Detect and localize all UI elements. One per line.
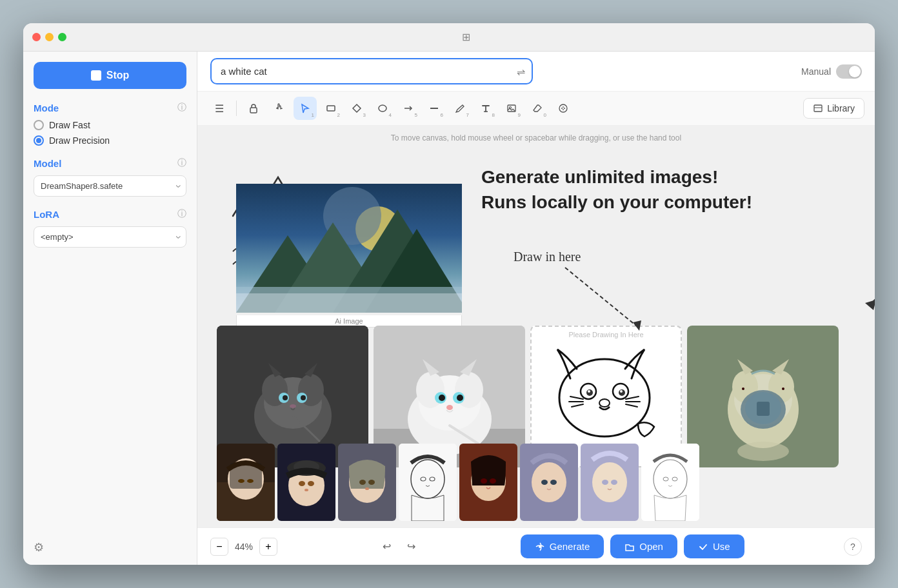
svg-point-59 [742, 387, 744, 390]
circle-tool[interactable]: 4 [371, 97, 394, 120]
action-buttons: Generate Open Use [521, 534, 744, 558]
svg-point-2 [379, 105, 386, 112]
hand-tool[interactable] [268, 97, 291, 120]
stop-button-label: Stop [106, 70, 130, 81]
menu-button[interactable]: ☰ [208, 97, 231, 120]
svg-point-30 [290, 404, 296, 408]
flow-tool[interactable] [552, 97, 575, 120]
mode-info-icon[interactable]: ⓘ [177, 102, 186, 113]
titlebar: ⊞ [23, 23, 875, 52]
redo-button[interactable]: ↪ [401, 537, 421, 556]
lora-section: LoRA ⓘ [34, 208, 186, 220]
image-icon [506, 103, 517, 113]
svg-point-7 [559, 104, 567, 112]
select-tool-num: 1 [312, 112, 314, 118]
svg-point-108 [539, 545, 541, 548]
anime-girl-2 [277, 444, 335, 521]
help-button[interactable]: ? [844, 538, 862, 556]
settings-button[interactable]: ⚙ [34, 540, 186, 554]
top-right-arrow-svg [830, 164, 875, 345]
library-icon [813, 103, 823, 113]
open-button-label: Open [639, 541, 663, 552]
toolbar-divider-1 [236, 101, 237, 116]
svg-point-80 [299, 481, 305, 486]
please-drawing-label: Please Drawing In Here [568, 331, 643, 338]
image-tool[interactable]: 9 [500, 97, 523, 120]
sketch-white-svg [641, 444, 699, 521]
svg-point-74 [238, 479, 244, 483]
svg-point-97 [532, 462, 566, 502]
svg-point-86 [368, 480, 375, 485]
stop-icon [91, 70, 101, 81]
rect-icon [326, 103, 336, 113]
filter-icon[interactable]: ⇌ [517, 65, 525, 77]
pen-tool-num: 7 [466, 112, 469, 118]
big-text-line2: Runs locally on your computer! [481, 190, 752, 215]
svg-point-50 [620, 390, 623, 393]
library-label: Library [827, 103, 855, 113]
mode-label: Mode [34, 103, 59, 113]
mountain-landscape-svg [236, 184, 462, 313]
model-select-wrapper: DreamShaper8.safete [34, 175, 186, 197]
svg-point-95 [490, 478, 496, 484]
anime-grey-svg [520, 444, 578, 521]
bottom-bar: − 44% + ↩ ↪ [197, 527, 875, 565]
model-section: Model ⓘ [34, 157, 186, 169]
zoom-plus-icon: + [265, 541, 271, 553]
zoom-out-button[interactable]: − [210, 538, 228, 556]
pen-tool[interactable]: 7 [448, 97, 472, 120]
cat-drawing-svg [532, 327, 681, 462]
lock-tool[interactable] [242, 97, 265, 120]
manual-toggle-area: Manual [801, 64, 862, 79]
svg-point-87 [365, 487, 369, 490]
sidebar-toggle-icon[interactable]: ⊞ [462, 31, 470, 43]
minimize-button[interactable] [45, 33, 54, 41]
zoom-in-button[interactable]: + [259, 538, 277, 556]
diamond-tool-num: 3 [363, 112, 366, 118]
anime-girl-1 [217, 444, 275, 521]
rect-tool[interactable]: 2 [319, 97, 343, 120]
open-button[interactable]: Open [610, 534, 677, 558]
arrow-tool[interactable]: 5 [397, 97, 420, 120]
prompt-input[interactable] [210, 58, 533, 84]
use-button[interactable]: Use [684, 534, 744, 558]
select-tool[interactable]: 1 [294, 97, 317, 120]
generate-button-label: Generate [550, 541, 590, 552]
zoom-controls: − 44% + [210, 538, 277, 556]
text-tool[interactable]: 8 [474, 97, 497, 120]
fullscreen-button[interactable] [58, 33, 66, 41]
generate-button[interactable]: Generate [521, 534, 604, 558]
manual-toggle-switch[interactable] [836, 64, 862, 79]
svg-point-64 [737, 442, 789, 461]
stop-button[interactable]: Stop [34, 62, 186, 89]
diamond-tool[interactable]: 3 [345, 97, 368, 120]
library-button[interactable]: Library [803, 98, 864, 119]
traffic-lights [32, 33, 66, 41]
select-icon [300, 103, 310, 113]
svg-point-29 [301, 395, 306, 400]
draw-precision-radio[interactable] [34, 135, 44, 146]
svg-line-66 [565, 268, 636, 326]
arrow-tool-num: 5 [415, 112, 417, 118]
canvas-area[interactable]: To move canvas, hold mouse wheel or spac… [197, 126, 875, 527]
bottom-images-row [217, 444, 699, 527]
image-tool-num: 9 [518, 112, 521, 118]
draw-precision-option[interactable]: Draw Precision [34, 135, 186, 146]
model-info-icon[interactable]: ⓘ [177, 157, 186, 169]
line-tool[interactable]: 6 [423, 97, 446, 120]
draw-fast-option[interactable]: Draw Fast [34, 120, 186, 130]
canvas-big-text: Generate unlimited images! Runs locally … [481, 164, 752, 215]
eraser-tool[interactable]: 0 [526, 97, 549, 120]
close-button[interactable] [32, 33, 41, 41]
undo-button[interactable]: ↩ [377, 537, 396, 556]
svg-point-42 [457, 395, 463, 401]
lora-select[interactable]: <empty> [34, 226, 186, 248]
lora-info-icon[interactable]: ⓘ [177, 208, 186, 220]
toy-cat-svg [687, 326, 839, 467]
model-select[interactable]: DreamShaper8.safete [34, 175, 186, 197]
svg-rect-18 [236, 293, 462, 313]
canvas-surface[interactable]: Ai Image [197, 126, 875, 527]
sketch-girl-svg [399, 444, 457, 521]
arrow-icon [403, 103, 414, 113]
draw-fast-radio[interactable] [34, 120, 44, 130]
